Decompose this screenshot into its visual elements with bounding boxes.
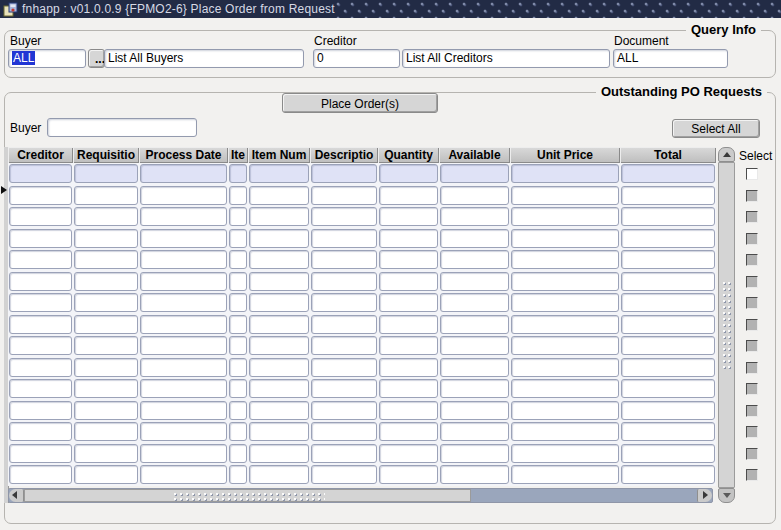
table-cell[interactable] (9, 358, 72, 377)
table-cell[interactable] (74, 465, 138, 484)
buyer-description-field[interactable]: List All Buyers (104, 49, 304, 68)
table-cell[interactable] (311, 358, 377, 377)
table-cell[interactable] (229, 401, 247, 420)
table-cell[interactable] (9, 207, 72, 226)
table-cell[interactable] (249, 401, 309, 420)
table-cell[interactable] (311, 229, 377, 248)
table-cell[interactable] (379, 229, 438, 248)
table-cell[interactable] (621, 315, 715, 334)
table-cell[interactable] (140, 207, 227, 226)
table-cell[interactable] (511, 186, 619, 205)
select-checkbox[interactable] (746, 168, 758, 180)
table-cell[interactable] (511, 250, 619, 269)
table-cell[interactable] (379, 465, 438, 484)
table-cell[interactable] (9, 272, 72, 291)
table-cell[interactable] (621, 250, 715, 269)
table-cell[interactable] (229, 207, 247, 226)
table-cell[interactable] (621, 465, 715, 484)
table-cell[interactable] (74, 379, 138, 398)
table-cell[interactable] (440, 401, 509, 420)
table-cell[interactable] (9, 229, 72, 248)
scroll-right-button[interactable] (697, 489, 712, 502)
table-cell[interactable] (621, 272, 715, 291)
table-cell[interactable] (9, 422, 72, 441)
table-cell[interactable] (140, 315, 227, 334)
table-cell[interactable] (379, 186, 438, 205)
table-cell[interactable] (440, 358, 509, 377)
table-cell[interactable] (440, 229, 509, 248)
table-cell[interactable] (229, 164, 247, 183)
table-cell[interactable] (511, 229, 619, 248)
table-cell[interactable] (229, 358, 247, 377)
table-cell[interactable] (440, 250, 509, 269)
table-cell[interactable] (140, 465, 227, 484)
table-cell[interactable] (511, 336, 619, 355)
table-cell[interactable] (621, 164, 715, 183)
table-cell[interactable] (249, 186, 309, 205)
table-cell[interactable] (311, 250, 377, 269)
table-cell[interactable] (379, 379, 438, 398)
table-cell[interactable] (379, 358, 438, 377)
table-cell[interactable] (249, 422, 309, 441)
table-cell[interactable] (9, 401, 72, 420)
table-cell[interactable] (249, 358, 309, 377)
table-cell[interactable] (379, 293, 438, 312)
table-cell[interactable] (140, 272, 227, 291)
table-cell[interactable] (249, 229, 309, 248)
table-cell[interactable] (621, 186, 715, 205)
table-cell[interactable] (9, 465, 72, 484)
table-cell[interactable] (511, 401, 619, 420)
table-cell[interactable] (440, 379, 509, 398)
table-cell[interactable] (74, 250, 138, 269)
creditor-query-input[interactable]: 0 (313, 49, 400, 68)
buyer-query-input[interactable]: ALL (8, 49, 86, 68)
table-cell[interactable] (74, 207, 138, 226)
select-all-button[interactable]: Select All (672, 119, 760, 138)
horizontal-scrollbar-thumb[interactable] (24, 489, 471, 502)
scroll-up-button[interactable] (718, 147, 735, 162)
table-cell[interactable] (140, 250, 227, 269)
window-titlebar[interactable]: fnhapp : v01.0.0.9 {FPMO2-6} Place Order… (0, 0, 781, 18)
table-cell[interactable] (311, 401, 377, 420)
table-cell[interactable] (74, 186, 138, 205)
table-cell[interactable] (229, 293, 247, 312)
table-cell[interactable] (9, 444, 72, 463)
table-cell[interactable] (74, 164, 138, 183)
table-cell[interactable] (74, 444, 138, 463)
table-cell[interactable] (621, 207, 715, 226)
table-cell[interactable] (74, 401, 138, 420)
table-cell[interactable] (379, 401, 438, 420)
table-cell[interactable] (621, 379, 715, 398)
table-cell[interactable] (621, 293, 715, 312)
table-cell[interactable] (379, 207, 438, 226)
table-cell[interactable] (311, 272, 377, 291)
table-cell[interactable] (379, 250, 438, 269)
table-cell[interactable] (379, 444, 438, 463)
table-cell[interactable] (9, 293, 72, 312)
table-cell[interactable] (140, 293, 227, 312)
table-cell[interactable] (229, 444, 247, 463)
table-cell[interactable] (311, 186, 377, 205)
scroll-left-button[interactable] (9, 489, 24, 502)
table-cell[interactable] (249, 250, 309, 269)
table-cell[interactable] (440, 465, 509, 484)
table-cell[interactable] (511, 465, 619, 484)
table-cell[interactable] (140, 358, 227, 377)
table-cell[interactable] (229, 186, 247, 205)
table-cell[interactable] (379, 422, 438, 441)
buyer-filter-input[interactable] (47, 118, 197, 137)
table-cell[interactable] (249, 207, 309, 226)
table-cell[interactable] (511, 444, 619, 463)
table-cell[interactable] (140, 186, 227, 205)
table-cell[interactable] (9, 379, 72, 398)
table-cell[interactable] (440, 207, 509, 226)
table-vertical-scrollbar[interactable] (718, 147, 735, 503)
table-cell[interactable] (621, 358, 715, 377)
table-cell[interactable] (140, 336, 227, 355)
table-cell[interactable] (74, 358, 138, 377)
table-cell[interactable] (511, 379, 619, 398)
table-cell[interactable] (621, 444, 715, 463)
table-cell[interactable] (249, 315, 309, 334)
table-cell[interactable] (74, 272, 138, 291)
table-cell[interactable] (311, 336, 377, 355)
